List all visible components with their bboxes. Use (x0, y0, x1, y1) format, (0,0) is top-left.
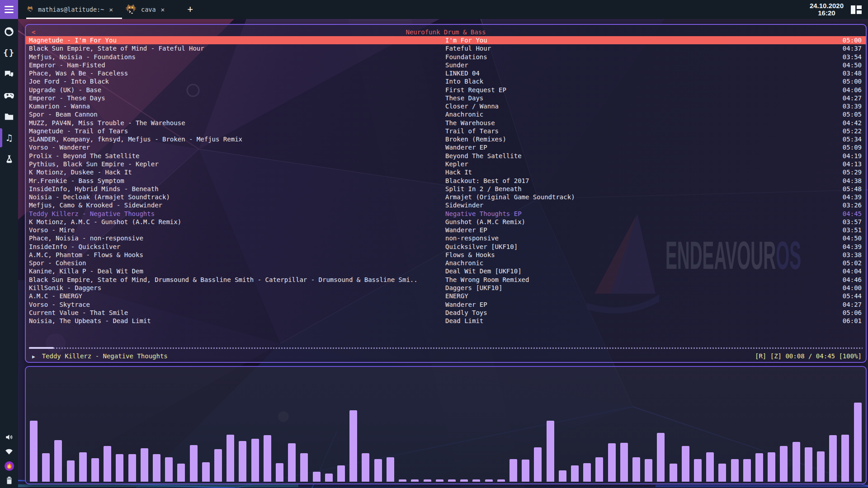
gamepad-icon[interactable] (4, 90, 14, 101)
track-row[interactable]: K Motionz, Duskee - Hack ItHack It05:29 (26, 168, 866, 176)
track-duration: 04:39 (843, 193, 862, 201)
visualizer-bar (854, 403, 862, 482)
track-duration: 04:39 (843, 243, 862, 251)
track-title: Vorso - Wanderer (29, 143, 443, 151)
track-album: These Days (445, 94, 483, 102)
track-row[interactable]: Vorso - MireWanderer EP03:51 (26, 226, 866, 234)
track-row[interactable]: Magnetude - I'm For YouI'm For You05:00 (26, 36, 866, 44)
track-title: Current Value - That Smile (29, 309, 443, 317)
battery-icon[interactable] (4, 475, 14, 486)
visualizer-bar (104, 446, 111, 482)
track-row[interactable]: Joe Ford - Into BlackInto Black05:00 (26, 77, 866, 85)
track-row[interactable]: Prolix - Beyond The SatelliteBeyond The … (26, 152, 866, 160)
track-row[interactable]: MUZZ, PAV4N, Miss Trouble - The Warehous… (26, 119, 866, 127)
visualizer-bar (153, 454, 160, 482)
volume-icon[interactable] (4, 432, 14, 442)
track-row[interactable]: Black Sun Empire, State of Mind - Fatefu… (26, 44, 866, 52)
track-duration: 05:48 (843, 185, 862, 193)
visualizer-bar (829, 435, 837, 482)
close-icon[interactable]: × (108, 6, 114, 14)
track-row[interactable]: Magnetude - Trail of TearsTrail of Tears… (26, 127, 866, 135)
track-title: Joe Ford - Into Black (29, 77, 443, 85)
code-braces-icon[interactable]: {} (4, 47, 14, 58)
track-row[interactable]: Emperor - These DaysThese Days04:27 (26, 94, 866, 102)
track-row[interactable]: Emperor - Ham-FistedSunder04:50 (26, 61, 866, 69)
track-row[interactable]: Vorso - WandererWanderer EP05:09 (26, 143, 866, 151)
visualizer-bar (694, 459, 702, 482)
track-album: Fateful Hour (445, 44, 491, 52)
track-row[interactable]: Spor - CohesionAnachronic05:02 (26, 259, 866, 267)
firefox-icon[interactable] (4, 26, 14, 37)
track-album: Armajet (Original Game Soundtrack) (445, 193, 575, 201)
track-duration: 05:09 (843, 143, 862, 151)
track-duration: 04:42 (843, 119, 862, 127)
track-row[interactable]: Phace, Noisia - non-responsivenon-respon… (26, 234, 866, 242)
track-duration: 05:22 (843, 127, 862, 135)
wifi-icon[interactable] (4, 446, 14, 457)
track-row[interactable]: A.M.C - ENERGYENERGY05:44 (26, 292, 866, 300)
track-duration: 05:00 (843, 36, 862, 44)
track-title: A.M.C, Phantom - Flows & Hooks (29, 251, 443, 259)
track-row[interactable]: Black Sun Empire, State of Mind, Drumsou… (26, 276, 866, 284)
visualizer-bar (165, 457, 173, 482)
track-row[interactable]: InsideInfo, Hybrid Minds - BeneathSplit … (26, 185, 866, 193)
track-row[interactable]: Kanine, Killa P - Deal Wit DemDeal Wit D… (26, 267, 866, 275)
visualizer-bar (448, 479, 456, 482)
track-row[interactable]: Noisia - Decloak (Armajet Soundtrack)Arm… (26, 193, 866, 201)
track-row[interactable]: KillSonik - DaggersDaggers [UKF10]04:00 (26, 284, 866, 292)
music-note-icon[interactable]: ♫ (4, 132, 14, 143)
track-album: Trail of Tears (445, 127, 499, 135)
seek-bar[interactable] (29, 347, 863, 349)
visualizer-bar (239, 441, 246, 482)
firewall-icon[interactable] (4, 460, 14, 471)
folder-icon[interactable] (4, 111, 14, 122)
track-duration: 06:01 (843, 317, 862, 325)
track-duration: 04:04 (843, 267, 862, 275)
flask-icon[interactable] (4, 154, 14, 164)
track-row[interactable]: SLANDER, Kompany, fknsyd, Mefjus - Broke… (26, 135, 866, 143)
tab-terminal[interactable]: mathias@latitude:~ × (21, 0, 119, 19)
close-icon[interactable]: × (160, 6, 166, 14)
track-title: Kumarion - Wanna (29, 102, 443, 110)
track-row[interactable]: Vorso - SkytraceWanderer EP04:27 (26, 300, 866, 309)
track-row[interactable]: InsideInfo - QuicksilverQuicksilver [UKF… (26, 243, 866, 251)
track-album: Sidewinder (445, 201, 483, 209)
visualizer-bar (177, 464, 185, 482)
layout-indicator-icon[interactable] (851, 5, 862, 14)
track-row[interactable]: Mr.Frenkie - Bass SymptomBlackout: Best … (26, 177, 866, 185)
track-title: Teddy Killerz - Negative Thoughts (29, 210, 443, 218)
track-row[interactable]: K Motionz, A.M.C - Gunshot (A.M.C Remix)… (26, 218, 866, 226)
track-album: Closer / Wanna (445, 102, 499, 110)
track-album: Quicksilver [UKF10] (445, 243, 518, 251)
visualizer-bar (399, 479, 406, 482)
visualizer-bar (411, 479, 419, 482)
visualizer-bar (141, 448, 148, 482)
track-album: non-responsive (445, 234, 499, 242)
player-status-right: [R] [Z] 00:08 / 04:45 [100%] (755, 351, 862, 361)
track-duration: 04:27 (843, 300, 862, 309)
track-row[interactable]: Pythius, Black Sun Empire - KeplerKepler… (26, 160, 866, 168)
track-row[interactable]: Kumarion - WannaCloser / Wanna03:39 (26, 102, 866, 110)
track-row[interactable]: Noisia, The Upbeats - Dead LimitDead Lim… (26, 317, 866, 325)
track-row[interactable]: Mefjus, Camo & Krooked - SidewinderSidew… (26, 201, 866, 209)
visualizer-bars (30, 400, 862, 482)
new-tab-button[interactable]: + (187, 0, 193, 19)
track-row[interactable]: Teddy Killerz - Negative ThoughtsNegativ… (26, 210, 866, 218)
visualizer-bar (313, 472, 321, 482)
track-row[interactable]: Phace, Was A Be - FacelessLINKED 0403:48 (26, 69, 866, 77)
track-album: Daggers [UKF10] (445, 284, 502, 292)
track-row[interactable]: Current Value - That SmileDeadly Toys05:… (26, 309, 866, 317)
track-album: First Request EP (445, 86, 506, 94)
tab-cava[interactable]: cava × (119, 0, 171, 19)
track-duration: 03:51 (843, 226, 862, 234)
visualizer-bar (805, 447, 812, 482)
chat-icon[interactable] (4, 69, 14, 80)
track-row[interactable]: Mefjus, Noisia - FoundationsFoundations0… (26, 53, 866, 61)
track-row[interactable]: A.M.C, Phantom - Flows & HooksFlows & Ho… (26, 251, 866, 259)
track-duration: 03:48 (843, 69, 862, 77)
app-menu-button[interactable] (0, 0, 18, 19)
track-duration: 05:44 (843, 292, 862, 300)
track-row[interactable]: Upgrade (UK) - BaseFirst Request EP04:06 (26, 86, 866, 94)
track-row[interactable]: Spor - Beam CannonAnachronic05:05 (26, 110, 866, 118)
track-album: Flows & Hooks (445, 251, 495, 259)
